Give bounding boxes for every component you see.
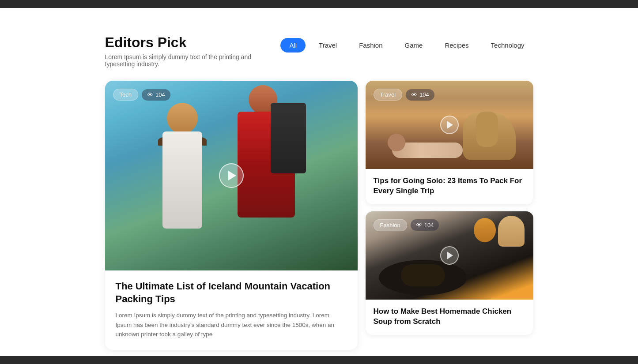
main-card-views-badge: 👁 104 bbox=[142, 89, 170, 101]
main-card-play-button[interactable] bbox=[219, 163, 244, 188]
main-card-title: The Ultimate List of Iceland Mountain Va… bbox=[116, 280, 347, 305]
main-card-category-badge: Tech bbox=[113, 89, 138, 101]
container: Editors Pick Lorem Ipsum is simply dummy… bbox=[96, 34, 542, 350]
main-card[interactable]: Tech 👁 104 The Ultimate List of Iceland … bbox=[105, 81, 358, 350]
tab-travel[interactable]: Travel bbox=[310, 38, 346, 53]
tab-technology[interactable]: Technology bbox=[482, 38, 533, 53]
bottom-bar bbox=[0, 356, 638, 364]
tab-recipes[interactable]: Recipes bbox=[436, 38, 477, 53]
right-column: Travel 👁 104 Tips for Going Solo: 23 Ite… bbox=[366, 81, 533, 335]
eye-icon-3: 👁 bbox=[416, 221, 422, 229]
eye-icon: 👁 bbox=[147, 91, 153, 98]
small-card-food-play-button[interactable] bbox=[440, 246, 459, 265]
eye-icon-2: 👁 bbox=[411, 91, 417, 98]
small-card-food-badge-row: Fashion 👁 104 bbox=[374, 219, 439, 231]
small-card-food-category: Fashion bbox=[374, 219, 407, 231]
small-card-food-views: 👁 104 bbox=[411, 219, 439, 231]
small-card-food-body: How to Make Best Homemade Chicken Soup f… bbox=[366, 300, 533, 335]
main-card-views-count: 104 bbox=[155, 91, 165, 98]
small-card-travel-badge-row: Travel 👁 104 bbox=[374, 89, 434, 101]
small-card-travel-views-count: 104 bbox=[419, 91, 429, 98]
small-card-travel-body: Tips for Going Solo: 23 Items To Pack Fo… bbox=[366, 169, 533, 204]
tab-fashion[interactable]: Fashion bbox=[350, 38, 391, 53]
tab-all[interactable]: All bbox=[280, 38, 306, 53]
page-title: Editors Pick bbox=[105, 34, 281, 51]
small-card-travel-views: 👁 104 bbox=[406, 89, 434, 101]
small-card-travel-image: Travel 👁 104 bbox=[366, 81, 533, 169]
top-bar bbox=[0, 0, 638, 8]
small-card-travel-category: Travel bbox=[374, 89, 403, 101]
header-row: Editors Pick Lorem Ipsum is simply dummy… bbox=[105, 34, 533, 68]
main-card-description: Lorem Ipsum is simply dummy text of the … bbox=[116, 311, 347, 339]
page-wrapper: Editors Pick Lorem Ipsum is simply dummy… bbox=[0, 8, 638, 364]
small-card-travel[interactable]: Travel 👁 104 Tips for Going Solo: 23 Ite… bbox=[366, 81, 533, 204]
small-card-food[interactable]: Fashion 👁 104 How to Make Best Homemade … bbox=[366, 211, 533, 335]
main-card-image: Tech 👁 104 bbox=[105, 81, 358, 270]
cards-grid: Tech 👁 104 The Ultimate List of Iceland … bbox=[105, 81, 533, 350]
header-left: Editors Pick Lorem Ipsum is simply dummy… bbox=[105, 34, 281, 68]
small-card-travel-title: Tips for Going Solo: 23 Items To Pack Fo… bbox=[374, 176, 525, 196]
page-subtitle: Lorem Ipsum is simply dummy text of the … bbox=[105, 53, 281, 68]
small-card-food-title: How to Make Best Homemade Chicken Soup f… bbox=[374, 307, 525, 327]
filter-tabs: All Travel Fashion Game Recipes Technolo… bbox=[280, 38, 533, 53]
small-card-food-views-count: 104 bbox=[424, 222, 434, 229]
small-card-food-image: Fashion 👁 104 bbox=[366, 211, 533, 300]
small-card-travel-play-button[interactable] bbox=[440, 116, 459, 134]
main-card-body: The Ultimate List of Iceland Mountain Va… bbox=[105, 270, 358, 350]
main-card-badge-row: Tech 👁 104 bbox=[113, 89, 170, 101]
tab-game[interactable]: Game bbox=[396, 38, 432, 53]
